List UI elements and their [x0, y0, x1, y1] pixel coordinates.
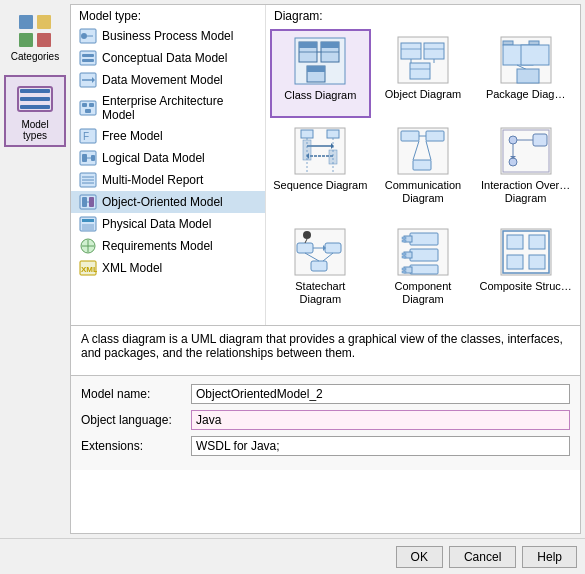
svg-rect-32 — [82, 197, 87, 207]
diagram-sequence[interactable]: Sequence Diagram — [270, 120, 371, 220]
svg-rect-65 — [503, 41, 513, 45]
bottom-bar: OK Cancel Help — [0, 538, 585, 574]
svg-rect-12 — [82, 54, 94, 57]
svg-rect-113 — [410, 249, 438, 261]
model-type-cdm[interactable]: Conceptual Data Model — [71, 47, 265, 69]
statechart-diagram-label: Statechart Diagram — [273, 280, 368, 306]
statechart-diagram-icon — [292, 226, 348, 278]
communication-diagram-label: CommunicationDiagram — [385, 179, 461, 205]
categories-icon — [17, 13, 53, 49]
model-type-label: Model type: — [71, 5, 265, 25]
svg-rect-36 — [82, 219, 94, 222]
top-section: Categories Model types — [0, 0, 585, 538]
model-types-icon — [17, 81, 53, 117]
help-button[interactable]: Help — [522, 546, 577, 568]
svg-rect-73 — [327, 130, 339, 138]
svg-rect-125 — [507, 255, 523, 269]
sidebar-item-categories[interactable]: Categories — [4, 8, 66, 67]
model-name-row: Model name: — [81, 384, 570, 404]
svg-rect-67 — [529, 41, 539, 45]
panel-top: Model type: Business Process Model — [71, 5, 580, 325]
svg-text:XML: XML — [81, 265, 97, 274]
diagram-object[interactable]: Object Diagram — [373, 29, 474, 118]
fm-icon: F — [79, 128, 97, 144]
diagram-component[interactable]: Component Diagram — [373, 221, 474, 321]
diagram-interaction[interactable]: Interaction Over…Diagram — [475, 120, 576, 220]
rem-icon — [79, 238, 97, 254]
svg-rect-2 — [19, 33, 33, 47]
model-type-eam[interactable]: Enterprise Architecture Model — [71, 91, 265, 125]
object-diagram-label: Object Diagram — [385, 88, 461, 101]
svg-rect-58 — [424, 43, 444, 59]
sequence-diagram-label: Sequence Diagram — [273, 179, 367, 192]
svg-rect-20 — [85, 109, 91, 113]
diagram-class[interactable]: Class Diagram — [270, 29, 371, 118]
pdm-icon — [79, 216, 97, 232]
object-language-input[interactable] — [191, 410, 570, 430]
svg-rect-18 — [82, 103, 87, 107]
svg-rect-81 — [329, 150, 337, 164]
svg-rect-70 — [517, 69, 539, 83]
object-language-label: Object language: — [81, 413, 191, 427]
svg-text:F: F — [83, 131, 89, 142]
svg-rect-19 — [89, 103, 94, 107]
model-type-rem[interactable]: Requirements Model — [71, 235, 265, 257]
model-type-dmm[interactable]: Data Movement Model — [71, 69, 265, 91]
extensions-input[interactable] — [191, 436, 570, 456]
extensions-label: Extensions: — [81, 439, 191, 453]
svg-rect-111 — [402, 237, 406, 239]
svg-rect-126 — [529, 255, 545, 269]
object-diagram-icon — [395, 34, 451, 86]
model-type-pdm[interactable]: Physical Data Model — [71, 213, 265, 235]
svg-rect-94 — [533, 134, 547, 146]
cancel-button[interactable]: Cancel — [449, 546, 516, 568]
model-type-mmr[interactable]: Multi-Model Report — [71, 169, 265, 191]
svg-rect-85 — [413, 160, 431, 170]
object-language-row: Object language: — [81, 410, 570, 430]
svg-rect-119 — [402, 268, 406, 270]
svg-rect-102 — [311, 261, 327, 271]
cdm-icon — [79, 50, 97, 66]
svg-rect-3 — [37, 33, 51, 47]
oom-icon — [79, 194, 97, 210]
model-name-input[interactable] — [191, 384, 570, 404]
svg-rect-4 — [20, 89, 50, 93]
svg-rect-117 — [410, 265, 438, 274]
sidebar-item-model-types[interactable]: Model types — [4, 75, 66, 147]
svg-rect-112 — [402, 240, 406, 242]
svg-rect-83 — [401, 131, 419, 141]
composite-diagram-label: Composite Struc… — [480, 280, 572, 293]
svg-rect-0 — [19, 15, 33, 29]
class-diagram-label: Class Diagram — [284, 89, 356, 102]
model-type-list: Business Process Model Conceptual Data M… — [71, 25, 265, 325]
interaction-diagram-icon — [498, 125, 554, 177]
diagram-composite[interactable]: Composite Struc… — [475, 221, 576, 321]
diagram-package[interactable]: Package Diag… — [475, 29, 576, 118]
extensions-row: Extensions: — [81, 436, 570, 456]
svg-point-91 — [509, 136, 517, 144]
content-panel: Model type: Business Process Model — [70, 4, 581, 534]
svg-rect-84 — [426, 131, 444, 141]
svg-rect-80 — [303, 140, 311, 160]
diagram-communication[interactable]: CommunicationDiagram — [373, 120, 474, 220]
model-type-oom[interactable]: Object-Oriented Model — [71, 191, 265, 213]
mmr-icon — [79, 172, 97, 188]
interaction-diagram-label: Interaction Over…Diagram — [481, 179, 570, 205]
ok-button[interactable]: OK — [396, 546, 443, 568]
model-type-bpm[interactable]: Business Process Model — [71, 25, 265, 47]
diagram-section: Diagram: — [266, 5, 580, 325]
svg-rect-26 — [91, 155, 95, 161]
description-area: A class diagram is a UML diagram that pr… — [71, 325, 580, 375]
model-type-fm[interactable]: F Free Model — [71, 125, 265, 147]
svg-rect-115 — [402, 253, 406, 255]
diagram-label: Diagram: — [266, 5, 580, 25]
model-type-ldm[interactable]: Logical Data Model — [71, 147, 265, 169]
svg-rect-123 — [507, 235, 523, 249]
svg-rect-100 — [297, 243, 313, 253]
content-area: Model type: Business Process Model — [70, 0, 585, 538]
diagram-statechart[interactable]: Statechart Diagram — [270, 221, 371, 321]
model-type-section: Model type: Business Process Model — [71, 5, 266, 325]
model-type-xml[interactable]: XML XML Model — [71, 257, 265, 279]
diagram-grid: Class Diagram — [266, 25, 580, 325]
svg-point-9 — [81, 33, 87, 39]
